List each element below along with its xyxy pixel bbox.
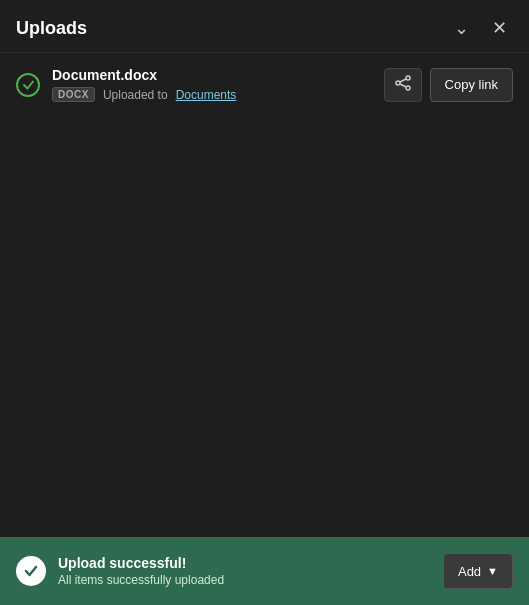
svg-point-0 [396,81,400,85]
content-area [0,116,529,537]
minimize-button[interactable]: ⌄ [447,14,475,42]
svg-line-4 [400,84,406,87]
item-actions: Copy link [384,68,513,102]
location-link[interactable]: Documents [176,88,237,102]
close-icon: ✕ [492,17,507,39]
svg-point-2 [406,86,410,90]
panel-header: Uploads ⌄ ✕ [0,0,529,53]
banner-check-icon [16,556,46,586]
add-button[interactable]: Add ▼ [443,553,513,589]
file-type-badge: DOCX [52,87,95,102]
file-info: Document.docx DOCX Uploaded to Documents [52,67,372,102]
share-button[interactable] [384,68,422,102]
panel-title: Uploads [16,18,87,39]
copy-link-button[interactable]: Copy link [430,68,513,102]
share-icon [395,75,411,94]
upload-item: Document.docx DOCX Uploaded to Documents [0,53,529,116]
banner-text: Upload successful! All items successfull… [58,555,431,587]
uploaded-to-label: Uploaded to [103,88,168,102]
success-check-icon [16,73,40,97]
add-label: Add [458,564,481,579]
success-banner: Upload successful! All items successfull… [0,537,529,605]
uploads-panel: Uploads ⌄ ✕ Document.docx DOCX Uploaded … [0,0,529,605]
file-name: Document.docx [52,67,372,83]
chevron-down-icon: ⌄ [454,17,469,39]
svg-point-1 [406,76,410,80]
close-button[interactable]: ✕ [485,14,513,42]
add-chevron-icon: ▼ [487,565,498,577]
svg-line-3 [400,79,406,82]
banner-subtitle: All items successfully uploaded [58,573,431,587]
header-actions: ⌄ ✕ [447,14,513,42]
banner-title: Upload successful! [58,555,431,571]
file-meta: DOCX Uploaded to Documents [52,87,372,102]
